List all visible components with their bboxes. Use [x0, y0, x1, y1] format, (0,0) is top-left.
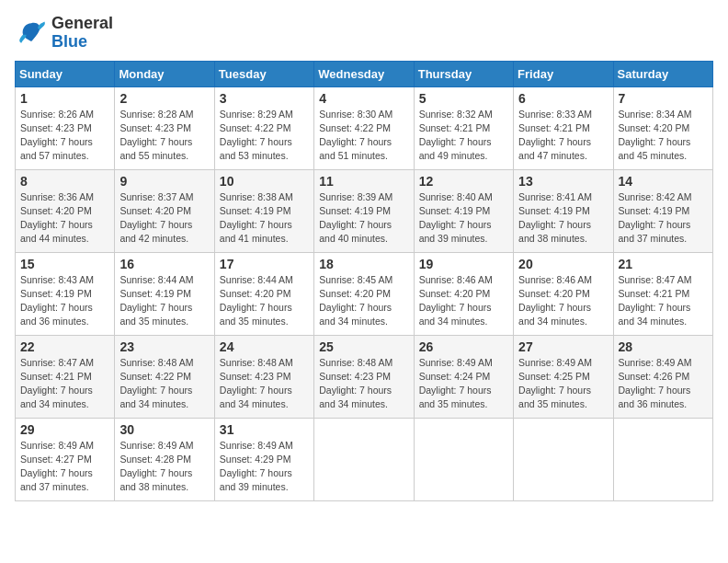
calendar-header-row: SundayMondayTuesdayWednesdayThursdayFrid… [16, 61, 713, 86]
logo-icon [15, 17, 48, 50]
calendar-cell: 12 Sunrise: 8:40 AM Sunset: 4:19 PM Dayl… [414, 169, 513, 252]
calendar-cell: 8 Sunrise: 8:36 AM Sunset: 4:20 PM Dayli… [16, 169, 115, 252]
day-number: 11 [319, 174, 408, 189]
day-info: Sunrise: 8:46 AM Sunset: 4:20 PM Dayligh… [419, 273, 508, 329]
day-number: 18 [319, 257, 408, 271]
day-info: Sunrise: 8:40 AM Sunset: 4:19 PM Dayligh… [419, 190, 508, 247]
day-info: Sunrise: 8:49 AM Sunset: 4:28 PM Dayligh… [119, 439, 209, 495]
day-info: Sunrise: 8:37 AM Sunset: 4:20 PM Dayligh… [119, 190, 209, 247]
day-info: Sunrise: 8:36 AM Sunset: 4:20 PM Dayligh… [20, 190, 109, 247]
day-number: 12 [419, 174, 508, 189]
calendar-cell: 5 Sunrise: 8:32 AM Sunset: 4:21 PM Dayli… [414, 86, 513, 169]
day-info: Sunrise: 8:34 AM Sunset: 4:20 PM Dayligh… [619, 108, 708, 164]
day-number: 1 [20, 91, 109, 106]
day-info: Sunrise: 8:39 AM Sunset: 4:19 PM Dayligh… [319, 190, 408, 247]
day-number: 16 [119, 257, 209, 271]
logo: General Blue [15, 15, 113, 52]
header-tuesday: Tuesday [214, 61, 313, 86]
day-number: 25 [319, 339, 408, 354]
day-number: 6 [518, 91, 608, 106]
day-info: Sunrise: 8:42 AM Sunset: 4:19 PM Dayligh… [619, 190, 708, 247]
page-header: General Blue [15, 15, 713, 52]
header-thursday: Thursday [414, 61, 513, 86]
calendar-week-2: 8 Sunrise: 8:36 AM Sunset: 4:20 PM Dayli… [16, 169, 713, 252]
calendar-cell: 19 Sunrise: 8:46 AM Sunset: 4:20 PM Dayl… [414, 252, 513, 335]
calendar-cell: 16 Sunrise: 8:44 AM Sunset: 4:19 PM Dayl… [115, 252, 214, 335]
calendar-cell: 31 Sunrise: 8:49 AM Sunset: 4:29 PM Dayl… [214, 418, 313, 500]
calendar-cell: 1 Sunrise: 8:26 AM Sunset: 4:23 PM Dayli… [16, 86, 115, 169]
header-friday: Friday [514, 61, 613, 86]
day-info: Sunrise: 8:48 AM Sunset: 4:23 PM Dayligh… [319, 356, 408, 412]
header-wednesday: Wednesday [314, 61, 414, 86]
day-number: 27 [518, 339, 608, 354]
calendar-cell: 9 Sunrise: 8:37 AM Sunset: 4:20 PM Dayli… [115, 169, 214, 252]
calendar-cell: 22 Sunrise: 8:47 AM Sunset: 4:21 PM Dayl… [16, 335, 115, 418]
day-info: Sunrise: 8:43 AM Sunset: 4:19 PM Dayligh… [20, 273, 109, 329]
day-info: Sunrise: 8:45 AM Sunset: 4:20 PM Dayligh… [319, 273, 408, 329]
calendar-cell: 18 Sunrise: 8:45 AM Sunset: 4:20 PM Dayl… [314, 252, 414, 335]
day-number: 28 [619, 339, 708, 354]
day-number: 8 [20, 174, 109, 189]
calendar-cell: 13 Sunrise: 8:41 AM Sunset: 4:19 PM Dayl… [514, 169, 613, 252]
calendar-week-1: 1 Sunrise: 8:26 AM Sunset: 4:23 PM Dayli… [16, 86, 713, 169]
calendar-cell: 2 Sunrise: 8:28 AM Sunset: 4:23 PM Dayli… [115, 86, 214, 169]
day-number: 30 [119, 422, 209, 437]
day-info: Sunrise: 8:28 AM Sunset: 4:23 PM Dayligh… [119, 108, 209, 164]
day-number: 20 [518, 257, 608, 271]
day-info: Sunrise: 8:49 AM Sunset: 4:25 PM Dayligh… [518, 356, 608, 412]
day-info: Sunrise: 8:44 AM Sunset: 4:19 PM Dayligh… [119, 273, 209, 329]
day-number: 7 [619, 91, 708, 106]
day-info: Sunrise: 8:48 AM Sunset: 4:22 PM Dayligh… [119, 356, 209, 412]
header-monday: Monday [115, 61, 214, 86]
calendar-cell: 14 Sunrise: 8:42 AM Sunset: 4:19 PM Dayl… [613, 169, 712, 252]
day-number: 2 [119, 91, 209, 106]
calendar-cell: 20 Sunrise: 8:46 AM Sunset: 4:20 PM Dayl… [514, 252, 613, 335]
day-info: Sunrise: 8:49 AM Sunset: 4:24 PM Dayligh… [419, 356, 508, 412]
calendar-cell [314, 418, 414, 500]
calendar-cell: 3 Sunrise: 8:29 AM Sunset: 4:22 PM Dayli… [214, 86, 313, 169]
calendar-cell: 17 Sunrise: 8:44 AM Sunset: 4:20 PM Dayl… [214, 252, 313, 335]
header-saturday: Saturday [613, 61, 712, 86]
day-number: 17 [220, 257, 309, 271]
calendar-week-4: 22 Sunrise: 8:47 AM Sunset: 4:21 PM Dayl… [16, 335, 713, 418]
day-info: Sunrise: 8:46 AM Sunset: 4:20 PM Dayligh… [518, 273, 608, 329]
day-number: 9 [119, 174, 209, 189]
day-info: Sunrise: 8:29 AM Sunset: 4:22 PM Dayligh… [220, 108, 309, 164]
day-number: 21 [619, 257, 708, 271]
day-info: Sunrise: 8:26 AM Sunset: 4:23 PM Dayligh… [20, 108, 109, 164]
calendar-cell: 29 Sunrise: 8:49 AM Sunset: 4:27 PM Dayl… [16, 418, 115, 500]
day-info: Sunrise: 8:32 AM Sunset: 4:21 PM Dayligh… [419, 108, 508, 164]
day-number: 22 [20, 339, 109, 354]
day-number: 15 [20, 257, 109, 271]
calendar-cell: 30 Sunrise: 8:49 AM Sunset: 4:28 PM Dayl… [115, 418, 214, 500]
calendar-cell: 15 Sunrise: 8:43 AM Sunset: 4:19 PM Dayl… [16, 252, 115, 335]
calendar-cell: 28 Sunrise: 8:49 AM Sunset: 4:26 PM Dayl… [613, 335, 712, 418]
calendar-cell: 25 Sunrise: 8:48 AM Sunset: 4:23 PM Dayl… [314, 335, 414, 418]
day-number: 5 [419, 91, 508, 106]
day-number: 26 [419, 339, 508, 354]
calendar-week-5: 29 Sunrise: 8:49 AM Sunset: 4:27 PM Dayl… [16, 418, 713, 500]
calendar-cell: 7 Sunrise: 8:34 AM Sunset: 4:20 PM Dayli… [613, 86, 712, 169]
day-number: 23 [119, 339, 209, 354]
day-info: Sunrise: 8:49 AM Sunset: 4:27 PM Dayligh… [20, 439, 109, 495]
day-number: 29 [20, 422, 109, 437]
day-number: 31 [220, 422, 309, 437]
calendar-cell: 11 Sunrise: 8:39 AM Sunset: 4:19 PM Dayl… [314, 169, 414, 252]
day-info: Sunrise: 8:49 AM Sunset: 4:29 PM Dayligh… [220, 439, 309, 495]
day-info: Sunrise: 8:41 AM Sunset: 4:19 PM Dayligh… [518, 190, 608, 247]
day-info: Sunrise: 8:47 AM Sunset: 4:21 PM Dayligh… [20, 356, 109, 412]
calendar-cell: 4 Sunrise: 8:30 AM Sunset: 4:22 PM Dayli… [314, 86, 414, 169]
calendar-week-3: 15 Sunrise: 8:43 AM Sunset: 4:19 PM Dayl… [16, 252, 713, 335]
calendar-cell: 10 Sunrise: 8:38 AM Sunset: 4:19 PM Dayl… [214, 169, 313, 252]
day-number: 10 [220, 174, 309, 189]
day-info: Sunrise: 8:47 AM Sunset: 4:21 PM Dayligh… [619, 273, 708, 329]
calendar-cell: 24 Sunrise: 8:48 AM Sunset: 4:23 PM Dayl… [214, 335, 313, 418]
calendar-cell [514, 418, 613, 500]
day-number: 4 [319, 91, 408, 106]
day-number: 24 [220, 339, 309, 354]
day-info: Sunrise: 8:38 AM Sunset: 4:19 PM Dayligh… [220, 190, 309, 247]
header-sunday: Sunday [16, 61, 115, 86]
calendar-cell: 21 Sunrise: 8:47 AM Sunset: 4:21 PM Dayl… [613, 252, 712, 335]
calendar-table: SundayMondayTuesdayWednesdayThursdayFrid… [15, 61, 713, 501]
day-info: Sunrise: 8:44 AM Sunset: 4:20 PM Dayligh… [220, 273, 309, 329]
